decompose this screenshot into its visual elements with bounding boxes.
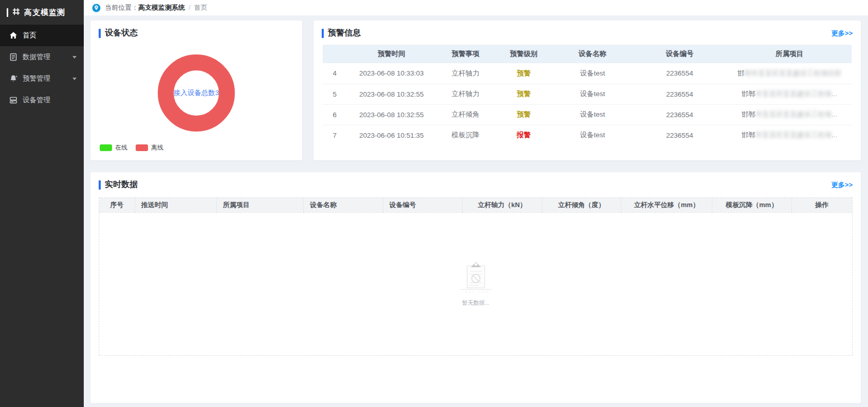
breadcrumb-bar: 当前位置：高支模监测系统/首页 (84, 0, 868, 15)
project-masked-text: 市某某区某某建设工程项 (755, 131, 832, 139)
project-cell: 邯郸市某某区某某建设工程项... (727, 84, 852, 104)
table-cell: 立杆轴力 (436, 84, 494, 104)
realtime-header-row: 序号推送时间所属项目设备名称设备编号立杆轴力（kN）立杆倾角（度）立杆水平位移（… (99, 198, 852, 212)
project-masked-text: 市某某区某某建设工程项 (755, 110, 832, 118)
column-header: 立杆轴力（kN） (463, 198, 542, 212)
project-prefix: 邯郸 (742, 90, 755, 98)
donut-ring-offline: 接入设备总数3 (158, 54, 235, 132)
column-header: 设备编号 (632, 45, 727, 63)
main-area: 当前位置：高支模监测系统/首页 设备状态 接入设备总数3 在线离线 (84, 0, 868, 407)
title-accent-bar (322, 29, 324, 38)
breadcrumb-current[interactable]: 首页 (194, 4, 208, 11)
table-cell: 2236554 (632, 125, 727, 145)
location-pin-icon (92, 4, 101, 12)
alerts-header-row: 预警时间预警事项预警级别设备名称设备编号所属项目 (323, 45, 852, 63)
table-row[interactable]: 52023-06-08 10:32:55立杆轴力预警设备test2236554邯… (323, 84, 852, 104)
chevron-down-icon (72, 56, 77, 59)
realtime-table: 序号推送时间所属项目设备名称设备编号立杆轴力（kN）立杆倾角（度）立杆水平位移（… (99, 198, 852, 213)
alert-level-badge: 预警 (494, 63, 552, 84)
project-masked-text: 市某某区某某建设工程项 (755, 90, 832, 98)
column-header (323, 45, 346, 63)
sidebar-item-device[interactable]: 设备管理 (0, 89, 84, 111)
content-area: 设备状态 接入设备总数3 在线离线 预警信息 更多>> (84, 15, 868, 407)
table-cell: 2236554 (632, 63, 727, 84)
alert-level-badge: 报警 (494, 125, 552, 145)
table-cell: 2023-06-06 10:51:35 (346, 125, 436, 145)
sidebar-item-label: 预警管理 (23, 74, 50, 83)
device-status-chart: 接入设备总数3 (90, 43, 302, 143)
legend-swatch (136, 144, 148, 151)
sidebar-item-label: 设备管理 (23, 96, 50, 105)
breadcrumb-location-label: 当前位置： (105, 4, 138, 11)
legend-item-离线: 离线 (136, 143, 163, 152)
realtime-title: 实时数据 (105, 179, 138, 190)
project-prefix: 邯郸 (742, 110, 755, 118)
table-cell: 立杆轴力 (436, 63, 494, 84)
table-cell: 4 (323, 63, 346, 84)
table-row[interactable]: 72023-06-06 10:51:35模板沉降报警设备test2236554邯… (323, 125, 852, 145)
alerts-table-wrap: 预警时间预警事项预警级别设备名称设备编号所属项目 42023-06-08 10:… (313, 43, 861, 145)
column-header: 设备名称 (553, 45, 632, 63)
realtime-table-box: 序号推送时间所属项目设备名称设备编号立杆轴力（kN）立杆倾角（度）立杆水平位移（… (99, 197, 853, 356)
realtime-empty-state: 暂无数据... (99, 213, 852, 355)
table-cell: 7 (323, 125, 346, 145)
chart-legend: 在线离线 (90, 143, 302, 160)
sidebar: 高支模监测 首页数据管理预警管理设备管理 (0, 0, 84, 407)
app-window: 高支模监测 首页数据管理预警管理设备管理 当前位置：高支模监测系统/首页 (0, 0, 868, 407)
table-cell: 5 (323, 84, 346, 104)
alerts-more-link[interactable]: 更多>> (832, 29, 853, 38)
device-status-title: 设备状态 (105, 28, 138, 39)
sidebar-item-data[interactable]: 数据管理 (0, 46, 84, 68)
project-cell: 邯郸市某某区某某建设工程项... (727, 125, 852, 145)
table-cell: 设备test (553, 63, 632, 84)
table-cell: 立杆倾角 (436, 104, 494, 125)
alerts-table-body: 42023-06-08 10:33:03立杆轴力预警设备test2236554邯… (323, 63, 852, 145)
breadcrumb: 当前位置：高支模监测系统/首页 (105, 3, 208, 12)
donut-center-label[interactable]: 接入设备总数3 (158, 54, 235, 132)
column-header: 立杆水平位移（mm） (621, 198, 712, 212)
table-cell: 2236554 (632, 84, 727, 104)
legend-label: 在线 (115, 143, 127, 152)
app-title: 高支模监测 (24, 8, 65, 17)
column-header: 预警级别 (494, 45, 552, 63)
sidebar-item-label: 数据管理 (23, 52, 50, 62)
device-icon (9, 96, 17, 105)
project-masked-text: 郸市某某区某某建设工程项目部 (744, 69, 841, 77)
table-cell: 设备test (553, 104, 632, 125)
home-icon (9, 31, 17, 40)
title-accent-bar (99, 180, 101, 190)
legend-swatch (100, 144, 112, 151)
no-data-clipboard-icon (456, 261, 496, 297)
sidebar-item-home[interactable]: 首页 (0, 25, 84, 46)
column-header: 所属项目 (216, 198, 303, 212)
title-accent-bar (99, 29, 101, 38)
table-row[interactable]: 42023-06-08 10:33:03立杆轴力预警设备test2236554邯… (323, 63, 852, 84)
grid-logo-icon (12, 7, 21, 18)
alert-level-badge: 预警 (494, 84, 552, 104)
device-status-panel: 设备状态 接入设备总数3 在线离线 (90, 21, 302, 160)
sidebar-menu: 首页数据管理预警管理设备管理 (0, 25, 84, 111)
sidebar-item-alarm[interactable]: 预警管理 (0, 68, 84, 89)
alert-level-badge: 预警 (494, 104, 552, 125)
alerts-panel: 预警信息 更多>> 预警时间预警事项预警级别设备名称设备编号所属项目 42023… (313, 21, 861, 160)
column-header: 设备名称 (304, 198, 383, 212)
column-header: 序号 (99, 198, 135, 212)
realtime-more-link[interactable]: 更多>> (832, 180, 853, 190)
project-cell: 邯郸市某某区某某建设工程项目部 (727, 63, 852, 84)
project-prefix: 邯郸 (742, 131, 755, 139)
realtime-panel: 实时数据 更多>> 序号推送时间所属项目设备名称设备编号立杆轴力（kN）立杆倾角… (90, 172, 861, 403)
table-cell: 设备test (553, 84, 632, 104)
column-header: 模板沉降（mm） (712, 198, 792, 212)
table-row[interactable]: 62023-06-08 10:32:55立杆倾角预警设备test2236554邯… (323, 104, 852, 125)
empty-state-text: 暂无数据... (462, 299, 489, 307)
project-ellipsis: ... (832, 131, 837, 139)
chevron-down-icon (72, 78, 77, 80)
table-cell: 2023-06-08 10:32:55 (346, 104, 436, 125)
table-cell: 模板沉降 (436, 125, 494, 145)
column-header: 所属项目 (727, 45, 852, 63)
alarm-icon (9, 75, 17, 83)
alerts-table: 预警时间预警事项预警级别设备名称设备编号所属项目 42023-06-08 10:… (323, 45, 852, 145)
project-ellipsis: ... (832, 90, 837, 98)
legend-label: 离线 (151, 143, 163, 152)
column-header: 推送时间 (135, 198, 216, 212)
